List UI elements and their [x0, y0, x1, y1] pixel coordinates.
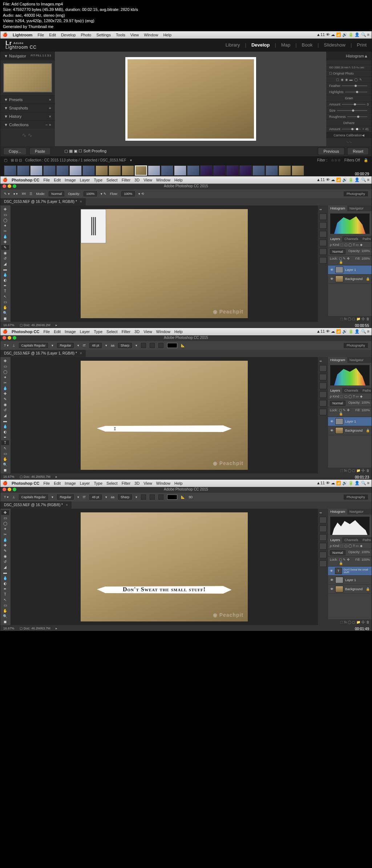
menu-view[interactable]: View — [130, 33, 139, 37]
align-center-icon[interactable] — [150, 343, 155, 348]
pen-tool[interactable]: ✒ — [1, 283, 9, 288]
redeye-icon[interactable]: ◉ — [345, 78, 348, 81]
menu-photo[interactable]: Photo — [81, 33, 91, 37]
layer-text[interactable]: 👁TDon't Sweat the small stuff! — [328, 567, 372, 576]
tab-slideshow[interactable]: Slideshow — [324, 42, 345, 48]
document-tab[interactable]: DSC_0153.NEF @ 16.7% (Layer 1, RGB/8) *× — [0, 198, 86, 205]
crop-icon[interactable]: ▢ — [336, 78, 339, 81]
tab-book[interactable]: Book — [302, 42, 313, 48]
fg-bg-colors[interactable]: ◼ — [1, 316, 9, 321]
radial-icon[interactable]: ◯ — [354, 78, 358, 81]
heal-tool[interactable]: ✚ — [1, 240, 9, 244]
layer-1[interactable]: 👁Layer 1 — [328, 417, 372, 426]
panel-snapshots[interactable]: ▼ Snapshots+ — [0, 104, 55, 112]
copy-button[interactable]: Copy... — [3, 148, 27, 155]
font-field[interactable]: Capitals Regular — [19, 343, 48, 348]
gradient-tool[interactable]: ▬ — [1, 267, 9, 272]
max-icon[interactable] — [13, 184, 16, 188]
dock-icon[interactable] — [319, 248, 327, 255]
blur-tool[interactable]: 💧 — [1, 272, 9, 277]
opacity-field[interactable]: 100% — [84, 191, 97, 196]
blend-mode[interactable]: Normal — [49, 191, 64, 196]
canvas[interactable]: Peachpit — [11, 205, 318, 322]
style-field[interactable]: Regular — [57, 343, 74, 348]
layer-1[interactable]: 👁Layer 1 — [328, 576, 372, 585]
eyedropper-tool[interactable]: 💧 — [1, 234, 9, 239]
reset-button[interactable]: Reset — [347, 148, 369, 155]
zoom-tool[interactable]: 🔍 — [1, 311, 9, 315]
menu-ps[interactable]: Photoshop CC — [12, 178, 39, 182]
stamp-tool[interactable]: ◉ — [1, 251, 9, 255]
menu-help[interactable]: Help — [163, 33, 171, 37]
brush-icon[interactable]: ✎ — [359, 78, 362, 81]
layer-bg[interactable]: 👁Background🔒 — [328, 585, 372, 594]
wand-tool[interactable]: ✦ — [1, 223, 9, 228]
apple-icon[interactable]: 🍎 — [3, 177, 8, 182]
flow-field[interactable]: 100% — [121, 191, 135, 196]
spot-icon[interactable]: ◉ — [341, 78, 344, 81]
hand-tool[interactable]: ✋ — [1, 305, 9, 310]
layer-bg[interactable]: 👁Background🔒 — [328, 426, 372, 435]
grad-icon[interactable]: ▬ — [349, 78, 353, 81]
tab-map[interactable]: Map — [281, 42, 290, 48]
lasso-tool[interactable]: ◯ — [1, 218, 9, 223]
menu-filter[interactable]: Filter — [122, 178, 130, 182]
dodge-tool[interactable]: ◐ — [1, 278, 9, 283]
dock-icon[interactable] — [319, 213, 327, 220]
menu-file[interactable]: File — [37, 33, 44, 37]
close-icon[interactable] — [3, 184, 6, 188]
layer-bg[interactable]: 👁Background🔒 — [328, 275, 372, 284]
menu-edit[interactable]: Edit — [49, 33, 56, 37]
reference-panel[interactable] — [81, 209, 106, 243]
path-tool[interactable]: ↖ — [1, 294, 9, 299]
previous-button[interactable]: Previous — [318, 148, 344, 155]
menu-view[interactable]: View — [143, 178, 152, 182]
menu-tools[interactable]: Tools — [116, 33, 125, 37]
paste-button[interactable]: Paste — [29, 148, 50, 155]
move-tool[interactable]: ✥ — [1, 207, 9, 212]
dock-icon[interactable] — [319, 231, 327, 237]
aa-field[interactable]: Sharp — [118, 343, 132, 348]
menu-layer[interactable]: Layer — [80, 178, 90, 182]
type-tool[interactable]: T — [1, 440, 9, 445]
layer-1[interactable]: 👁Layer 1 — [328, 265, 372, 275]
panel-presets[interactable]: ▼ Presets+ — [0, 95, 55, 104]
type-tool[interactable]: T — [1, 289, 9, 293]
apple-icon[interactable]: 🍎 — [3, 32, 8, 37]
shape-tool[interactable]: ▭ — [1, 300, 9, 304]
dock-icon[interactable] — [319, 222, 327, 229]
menu-develop[interactable]: Develop — [61, 33, 76, 37]
warp-icon[interactable]: 📐 — [181, 344, 185, 347]
marquee-tool[interactable]: ▭ — [1, 212, 9, 217]
move-tool[interactable]: ✥ — [1, 510, 9, 515]
size-field[interactable]: 48 pt — [89, 343, 102, 348]
brush-icon[interactable]: ✎ ▾ — [4, 192, 10, 196]
document-tab[interactable]: DSC_0153.NEF @ 16.7% (Layer 1, RGB/8) *× — [0, 350, 86, 357]
menu-select[interactable]: Select — [106, 178, 118, 182]
type-icon[interactable]: T ▾ — [4, 344, 9, 347]
color-swatch[interactable] — [167, 343, 177, 348]
tab-develop[interactable]: Develop — [251, 42, 270, 48]
align-left-icon[interactable] — [141, 343, 146, 348]
menu-window[interactable]: Window — [144, 33, 158, 37]
history-brush-tool[interactable]: ↺ — [1, 256, 9, 261]
menu-window[interactable]: Window — [156, 178, 170, 182]
tab-library[interactable]: Library — [226, 42, 240, 48]
tab-print[interactable]: Print — [357, 42, 367, 48]
crop-tool[interactable]: ✂ — [1, 229, 9, 233]
menu-image[interactable]: Image — [65, 178, 76, 182]
brush-tool[interactable]: ✎ — [1, 245, 9, 250]
menu-type[interactable]: Type — [94, 178, 102, 182]
navigator-thumb[interactable] — [3, 63, 52, 92]
lr-canvas[interactable] — [55, 52, 326, 146]
dock-icon[interactable] — [319, 240, 327, 246]
panel-collections[interactable]: ▼ Collections− + — [0, 120, 55, 129]
eraser-tool[interactable]: ◢ — [1, 261, 9, 266]
menu-lightroom[interactable]: Lightroom — [13, 33, 32, 37]
align-right-icon[interactable] — [158, 343, 163, 348]
panel-history[interactable]: ▼ History× — [0, 112, 55, 120]
menu-file[interactable]: File — [43, 178, 50, 182]
menu-help[interactable]: Help — [174, 178, 183, 182]
menu-edit[interactable]: Edit — [54, 178, 61, 182]
dock-icon[interactable] — [319, 257, 327, 264]
